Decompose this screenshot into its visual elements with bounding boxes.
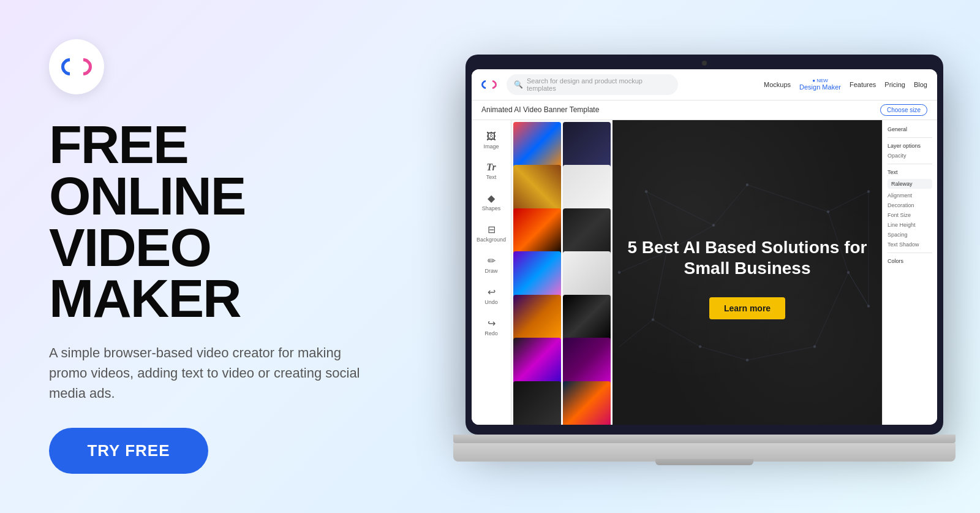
laptop-mockup: 🔍 Search for design and product mockup t…: [453, 55, 956, 471]
app-logo-right: [486, 78, 499, 91]
laptop-base-notch: [655, 459, 753, 465]
prop-decoration[interactable]: Decoration: [888, 202, 932, 208]
laptop-hinge: [453, 435, 956, 443]
app-content: 🖼 Image Tr Text ◆ Shapes ⊟: [472, 120, 937, 425]
prop-font[interactable]: Raleway: [888, 179, 932, 189]
tool-background[interactable]: ⊟ Background: [475, 219, 508, 248]
tool-undo[interactable]: ↩ Undo: [475, 281, 508, 310]
text-icon: Tr: [486, 162, 496, 173]
tool-undo-label: Undo: [484, 299, 498, 305]
media-thumb-8[interactable]: [563, 251, 611, 299]
tool-shapes-label: Shapes: [482, 205, 501, 211]
background-icon: ⊟: [488, 224, 496, 235]
redo-icon: ↪: [488, 317, 496, 329]
svg-point-26: [652, 318, 654, 321]
svg-point-17: [645, 190, 647, 192]
logo-right-arc: [71, 55, 96, 80]
svg-line-3: [828, 191, 869, 211]
right-section: 🔍 Search for design and product mockup t…: [429, 42, 980, 471]
brand-logo: [61, 58, 92, 75]
svg-point-19: [746, 183, 748, 186]
prop-divider-1: [888, 137, 932, 138]
tool-image-label: Image: [483, 143, 499, 150]
tool-draw[interactable]: ✏ Draw: [475, 250, 508, 279]
tool-redo-label: Redo: [484, 330, 498, 336]
svg-point-28: [746, 359, 748, 361]
canvas-area: 5 Best AI Based Solutions for Small Busi…: [612, 120, 882, 425]
svg-line-13: [747, 346, 815, 360]
svg-point-21: [867, 190, 870, 192]
svg-line-12: [700, 346, 747, 360]
media-thumb-4[interactable]: [563, 165, 611, 213]
new-badge: ● NEW: [799, 78, 841, 83]
media-thumb-14[interactable]: [563, 381, 611, 425]
tool-background-label: Background: [477, 237, 506, 243]
media-thumb-2[interactable]: [563, 122, 611, 170]
undo-icon: ↩: [488, 286, 496, 298]
canvas-headline: 5 Best AI Based Solutions for Small Busi…: [612, 225, 882, 291]
media-thumb-12[interactable]: [563, 338, 611, 386]
svg-point-24: [867, 305, 870, 307]
media-thumb-6[interactable]: [563, 208, 611, 256]
media-thumb-3[interactable]: [513, 165, 561, 213]
svg-line-0: [646, 191, 714, 225]
laptop-screen-outer: 🔍 Search for design and product mockup t…: [466, 55, 943, 435]
tool-text-label: Text: [486, 174, 497, 180]
svg-line-1: [714, 184, 747, 225]
tool-image[interactable]: 🖼 Image: [475, 126, 508, 154]
tool-sidebar: 🖼 Image Tr Text ◆ Shapes ⊟: [472, 120, 511, 425]
prop-colors[interactable]: Colors: [888, 258, 932, 264]
try-free-button[interactable]: TRY FREE: [49, 428, 208, 474]
shapes-icon: ◆: [488, 192, 495, 204]
svg-line-15: [619, 319, 653, 346]
media-thumb-7[interactable]: [513, 251, 561, 299]
main-headline: FREE ONLINE VIDEO MAKER: [49, 119, 380, 324]
prop-layer-options[interactable]: Layer options: [888, 143, 932, 149]
props-panel: General Layer options Opacity Text Ralew…: [882, 120, 937, 425]
nav-features[interactable]: Features: [850, 81, 876, 88]
media-thumb-9[interactable]: [513, 295, 561, 343]
prop-alignment[interactable]: Alignment: [888, 192, 932, 199]
media-thumb-13[interactable]: [513, 381, 561, 425]
tool-redo[interactable]: ↪ Redo: [475, 313, 508, 341]
prop-divider-3: [888, 253, 932, 253]
search-placeholder: Search for design and product mockup tem…: [527, 77, 671, 92]
media-thumb-11[interactable]: [513, 338, 561, 386]
nav-mockups[interactable]: Mockups: [764, 81, 791, 88]
svg-point-29: [813, 345, 816, 348]
prop-opacity[interactable]: Opacity: [888, 153, 932, 159]
nav-items: Mockups ● NEW Design Maker Features Pric…: [764, 78, 927, 91]
svg-point-20: [827, 210, 829, 213]
prop-text-shadow[interactable]: Text Shadow: [888, 241, 932, 248]
canvas-content: 5 Best AI Based Solutions for Small Busi…: [612, 120, 882, 425]
prop-text-section: Text: [888, 169, 932, 175]
image-icon: 🖼: [486, 131, 496, 142]
draw-icon: ✏: [488, 255, 496, 267]
search-bar[interactable]: 🔍 Search for design and product mockup t…: [507, 74, 678, 95]
search-icon: 🔍: [514, 80, 523, 89]
media-panel: [511, 120, 612, 425]
svg-line-11: [653, 319, 700, 346]
svg-point-27: [699, 345, 701, 348]
prop-font-size[interactable]: Font Size: [888, 212, 932, 218]
nav-pricing[interactable]: Pricing: [884, 81, 905, 88]
prop-spacing[interactable]: Spacing: [888, 232, 932, 238]
media-thumb-1[interactable]: [513, 122, 561, 170]
prop-general[interactable]: General: [888, 126, 932, 132]
nav-blog[interactable]: Blog: [914, 81, 927, 88]
toolbar-title: Animated AI Video Banner Template: [481, 105, 599, 114]
media-thumb-10[interactable]: [563, 295, 611, 343]
canvas-cta-button[interactable]: Learn more: [709, 297, 785, 319]
media-thumb-5[interactable]: [513, 208, 561, 256]
prop-line-height[interactable]: Line Height: [888, 222, 932, 228]
left-section: FREE ONLINE VIDEO MAKER A simple browser…: [0, 2, 429, 510]
subtext: A simple browser-based video creator for…: [49, 343, 368, 403]
app-toolbar: Animated AI Video Banner Template Choose…: [472, 101, 937, 120]
laptop-camera: [702, 61, 707, 66]
tool-text[interactable]: Tr Text: [475, 157, 508, 185]
nav-design-maker[interactable]: ● NEW Design Maker: [799, 78, 841, 91]
app-header: 🔍 Search for design and product mockup t…: [472, 69, 937, 101]
tool-shapes[interactable]: ◆ Shapes: [475, 188, 508, 216]
choose-size-button[interactable]: Choose size: [880, 104, 927, 116]
app-logo: [481, 80, 497, 89]
